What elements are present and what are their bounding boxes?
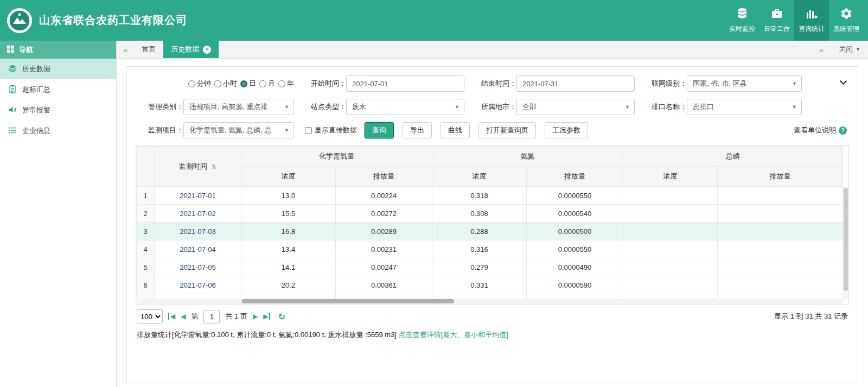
- ammonia-emission: 0.0000540: [527, 205, 623, 223]
- chevron-down-icon: ▼: [792, 104, 797, 110]
- page-prefix-label: 第: [191, 312, 198, 321]
- site-type-select[interactable]: 废水 ▼: [346, 99, 464, 115]
- topnav-daily-work[interactable]: 日常工作: [760, 0, 794, 41]
- vertical-scrollbar-thumb[interactable]: [844, 188, 848, 291]
- gear-icon: [840, 7, 853, 22]
- sidebar-item-label: 企业信息: [22, 126, 50, 136]
- date-link[interactable]: 2021-07-05: [180, 263, 216, 271]
- export-button[interactable]: 导出: [403, 122, 432, 138]
- start-time-input[interactable]: [346, 75, 464, 92]
- tab-home[interactable]: 首页: [134, 41, 163, 58]
- mgmt-category-select[interactable]: 违规项目, 高架源, 重点排 ▼: [183, 99, 294, 115]
- radio-hour-input[interactable]: [214, 80, 221, 87]
- working-params-button[interactable]: 工况参数: [545, 122, 588, 138]
- prev-page-icon[interactable]: ◀: [181, 313, 186, 320]
- radio-month-input[interactable]: [259, 80, 266, 87]
- horizontal-scrollbar-thumb[interactable]: [242, 299, 454, 303]
- refresh-icon[interactable]: ↻: [278, 312, 285, 322]
- radio-year[interactable]: 年: [278, 79, 294, 88]
- chevron-down-icon: ▼: [284, 104, 289, 110]
- table-row[interactable]: 3 2021-07-03 16.8 0.00289 0.288 0.000050…: [137, 223, 843, 240]
- curve-button[interactable]: 曲线: [441, 122, 470, 138]
- content-area: « 首页 历史数据 ✕ » 关闭 ▼: [117, 41, 868, 387]
- phosphorus-concentration: [623, 223, 718, 240]
- monitor-items-select[interactable]: 化学需氧量, 氨氮, 总磷, 总 ▼: [183, 122, 294, 138]
- last-page-icon[interactable]: ▶: [263, 313, 270, 320]
- pagination-bar: 100 ◀ ◀ 第 共 1 页 ▶ ▶ ↻ 显示 1 到 31,共 31 记录: [136, 304, 849, 328]
- row-number-header: [137, 147, 155, 187]
- end-time-input[interactable]: [516, 75, 635, 92]
- topnav-query-statistics[interactable]: 查询统计: [794, 0, 829, 41]
- sidebar-item-label: 异常报警: [22, 105, 50, 115]
- table-row[interactable]: 2 2021-07-02 15.5 0.00272 0.308 0.000054…: [137, 205, 843, 223]
- date-link[interactable]: 2021-07-01: [180, 192, 216, 200]
- radio-day[interactable]: 日: [240, 79, 256, 88]
- radio-minute-input[interactable]: [188, 80, 195, 87]
- close-tab-icon[interactable]: ✕: [203, 46, 211, 54]
- list-icon: [8, 126, 17, 136]
- topnav-label: 实时监控: [729, 24, 755, 34]
- ammonia-concentration: 0.308: [432, 205, 527, 223]
- site-type-value: 废水: [352, 102, 366, 112]
- phosphorus-emission: [718, 240, 843, 258]
- table-row[interactable]: 5 2021-07-05 14.1 0.00247 0.279 0.000049…: [137, 258, 843, 276]
- date-link[interactable]: 2021-07-02: [180, 210, 216, 218]
- network-level-select[interactable]: 国家, 省, 市, 区县 ▼: [687, 75, 802, 92]
- filter-row-2: 管理类别： 违规项目, 高架源, 重点排 ▼ 站点类型： 废水 ▼: [136, 99, 849, 115]
- query-button[interactable]: 查询: [365, 122, 394, 138]
- tab-history-data[interactable]: 历史数据 ✕: [163, 41, 219, 58]
- radio-month[interactable]: 月: [259, 79, 275, 88]
- group-header-phosphorus: 总磷: [623, 147, 843, 167]
- help-icon: ?: [839, 126, 847, 135]
- page-size-select[interactable]: 100: [137, 309, 163, 323]
- sidebar-item-history-data[interactable]: 历史数据: [0, 59, 116, 79]
- data-table-wrap: 监测时间 ⇅ 化学需氧量 氨氮 总磷 浓度 排放量 浓度: [136, 145, 849, 304]
- outlet-cell: 排口名称： 总排口 ▼: [639, 99, 802, 115]
- main-area: 导航 历史数据 超标汇总: [0, 41, 868, 387]
- phosphorus-emission: [718, 276, 843, 294]
- unit-description-link[interactable]: 查看单位说明 ?: [794, 125, 849, 135]
- direct-data-checkbox[interactable]: [305, 127, 312, 134]
- city-select[interactable]: 全部 ▼: [516, 99, 635, 115]
- sidebar-item-exceedance-summary[interactable]: 超标汇总: [0, 79, 116, 100]
- group-header-ammonia: 氨氮: [432, 147, 623, 167]
- sort-icon[interactable]: ⇅: [212, 163, 216, 170]
- radio-day-input[interactable]: [240, 80, 247, 87]
- close-tabs-menu[interactable]: 关闭 ▼: [839, 45, 860, 54]
- sub-header-concentration: 浓度: [432, 167, 527, 187]
- sub-header-concentration: 浓度: [241, 167, 336, 187]
- cod-emission: 0.00224: [336, 187, 432, 205]
- outlet-select[interactable]: 总排口 ▼: [687, 99, 802, 115]
- open-new-query-page-button[interactable]: 打开新查询页: [478, 122, 536, 138]
- tabs-scroll-right-icon[interactable]: »: [813, 45, 830, 54]
- view-details-link[interactable]: 点击查看详情[最大、最小和平均值]: [399, 331, 508, 339]
- tabs-scroll-left-icon[interactable]: «: [117, 41, 134, 58]
- network-level-label: 联网级别：: [639, 79, 687, 88]
- outlet-value: 总排口: [693, 102, 714, 112]
- sub-header-emission: 排放量: [718, 167, 843, 187]
- page-number-input[interactable]: [203, 310, 220, 323]
- table-row[interactable]: 4 2021-07-04 13.4 0.00231 0.316 0.000055…: [137, 240, 843, 258]
- next-page-icon[interactable]: ▶: [253, 313, 258, 320]
- radio-minute[interactable]: 分钟: [188, 79, 211, 88]
- chevron-down-icon: ▼: [856, 47, 860, 52]
- first-page-icon[interactable]: ◀: [168, 313, 175, 320]
- tab-label: 历史数据: [171, 45, 199, 54]
- date-link[interactable]: 2021-07-03: [180, 227, 216, 236]
- phosphorus-concentration: [623, 258, 718, 276]
- table-row[interactable]: 6 2021-07-06 20.2 0.00361 0.331 0.000059…: [137, 276, 843, 294]
- radio-year-input[interactable]: [278, 80, 285, 87]
- sidebar-item-enterprise-info[interactable]: 企业信息: [0, 120, 116, 141]
- topnav-system-management[interactable]: 系统管理: [829, 0, 864, 41]
- date-link[interactable]: 2021-07-04: [180, 245, 216, 253]
- ammonia-concentration: 0.316: [432, 240, 527, 258]
- layers-icon: [8, 64, 17, 74]
- date-link[interactable]: 2021-07-06: [180, 281, 216, 289]
- sidebar-item-label: 历史数据: [22, 64, 50, 74]
- sidebar-item-abnormal-alarm[interactable]: 异常报警: [0, 100, 116, 120]
- table-row[interactable]: 1 2021-07-01 13.0 0.00224 0.318 0.000055…: [137, 187, 843, 205]
- topnav-realtime-monitoring[interactable]: 实时监控: [725, 0, 760, 41]
- city-value: 全部: [522, 102, 537, 112]
- radio-hour[interactable]: 小时: [214, 79, 237, 88]
- direct-data-checkbox-wrap[interactable]: 显示直传数据: [305, 125, 357, 135]
